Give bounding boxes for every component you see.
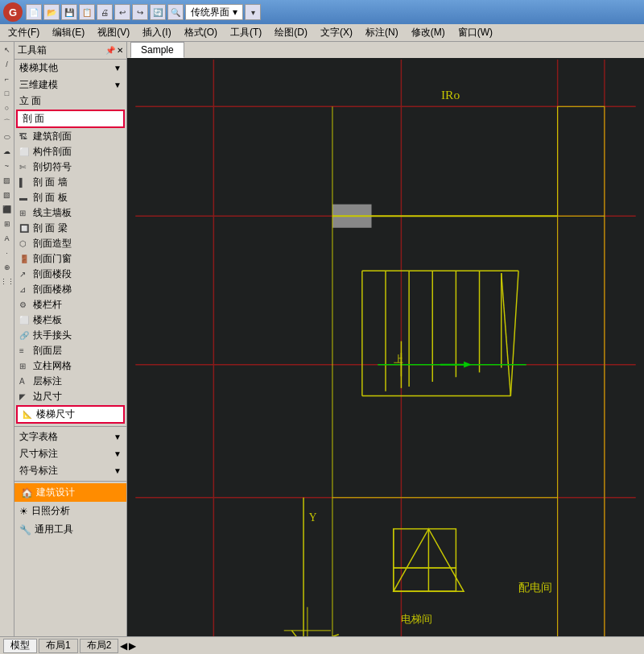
settings-icon[interactable]: ▾ [245,4,261,20]
sidebar-pin[interactable]: 📌 [105,46,115,55]
railing-board-icon: ⬜ [19,316,31,325]
group-stairs-other[interactable]: 楼梯其他 ▼ [14,60,126,77]
menu-draw[interactable]: 绘图(D) [268,24,314,41]
rectangle-tool[interactable]: □ [1,87,14,100]
move-grip[interactable]: ⋮⋮ [1,275,14,288]
sidebar-item-arch-section[interactable]: 🏗 建筑剖面 [14,129,126,144]
point-tool[interactable]: · [1,246,14,259]
sidebar-item-balustrade[interactable]: ⚙ 楼栏杆 [14,297,126,313]
block-tool[interactable]: ⬛ [1,203,14,216]
save-as-icon[interactable]: 📋 [79,4,95,20]
svg-line-43 [303,635,339,636]
sidebar-item-edge-dim[interactable]: ◤ 边尺寸 [14,389,126,404]
hatch-tool[interactable]: ▨ [1,174,14,187]
module-solar[interactable]: ☀ 日照分析 [14,502,126,520]
section-layer-icon: ≡ [19,346,31,355]
menu-tools[interactable]: 工具(T) [224,24,268,41]
insert-tool[interactable]: ⊞ [1,217,14,230]
status-tab-layout2[interactable]: 布局2 [80,639,119,653]
arc-tool[interactable]: ⌒ [1,116,14,129]
measure-tool[interactable]: ⊕ [1,261,14,274]
section-slab-label: 剖 面 板 [33,191,68,205]
sidebar-item-stair-dim-highlighted[interactable]: 📐 楼梯尺寸 [16,405,125,424]
layout2-tab-label: 布局2 [87,639,112,652]
section-group-label[interactable]: 剖 面 [18,111,123,126]
section-label-text: 剖 面 [23,112,44,126]
status-tab-layout1[interactable]: 布局1 [39,639,78,653]
sidebar-item-section-stair-run[interactable]: ↗ 剖面楼段 [14,267,126,282]
sidebar-item-section-window[interactable]: 🚪 剖面门窗 [14,251,126,267]
section-window-icon: 🚪 [19,255,31,263]
comp-section-icon: ⬜ [19,147,31,156]
cloud-tool[interactable]: ☁ [1,145,14,158]
sidebar-close[interactable]: ✕ [117,46,123,55]
sidebar: 工具箱 📌 ✕ 楼梯其他 ▼ 三维建模 ▼ 立 面 剖 面 [14,42,127,636]
tab-bar: Sample [127,42,644,60]
menu-edit[interactable]: 编辑(E) [46,24,91,41]
canvas-area[interactable]: Sample [127,42,644,636]
zoom-icon[interactable]: 🔍 [167,4,184,20]
stair-dim-item[interactable]: 📐 楼梯尺寸 [18,407,123,422]
sidebar-item-section-shape[interactable]: ⬡ 剖面造型 [14,236,126,251]
menubar: 文件(F) 编辑(E) 视图(V) 插入(I) 格式(O) 工具(T) 绘图(D… [0,24,644,42]
layout1-tab-label: 布局1 [46,639,71,652]
menu-view[interactable]: 视图(V) [91,24,136,41]
menu-file[interactable]: 文件(F) [2,24,46,41]
group-dim-annotation[interactable]: 尺寸标注 ▼ [14,445,126,462]
sidebar-item-section-wall[interactable]: ▌ 剖 面 墙 [14,175,126,190]
sidebar-item-comp-section[interactable]: ⬜ 构件剖面 [14,144,126,159]
sidebar-item-railing-board[interactable]: ⬜ 楼栏板 [14,313,126,328]
floor-label-text: 层标注 [33,375,62,388]
app-logo: G [3,2,23,22]
tab-sample-label: Sample [141,44,174,56]
group-3d-modeling[interactable]: 三维建模 ▼ [14,77,126,93]
toolbar-icons: 📄 📂 💾 📋 🖨 ↩ ↪ 🔄 🔍 传统界面 ▾ ▾ [26,4,641,20]
print-icon[interactable]: 🖨 [97,4,113,20]
layout-scroll[interactable]: ▶ [129,640,136,652]
sidebar-item-floor-label[interactable]: A 层标注 [14,374,126,389]
redo-icon[interactable]: ↪ [132,4,148,20]
circle-tool[interactable]: ○ [1,101,14,114]
layout-arrow[interactable]: ◀ [120,640,127,652]
group-text-table[interactable]: 文字表格 ▼ [14,428,126,445]
menu-format[interactable]: 格式(O) [178,24,224,41]
arch-module-label: 建筑设计 [36,486,75,499]
sidebar-item-section-beam[interactable]: 🔲 剖 面 梁 [14,221,126,236]
ellipse-tool[interactable]: ⬭ [1,130,14,143]
select-tool[interactable]: ↖ [1,43,14,56]
sidebar-item-section-highlighted[interactable]: 剖 面 [16,110,125,128]
sidebar-item-section-stair[interactable]: ⊿ 剖面楼梯 [14,282,126,297]
drawing-canvas[interactable]: 上 Y 配电间 [127,60,644,636]
balustrade-icon: ⚙ [19,300,31,309]
menu-text[interactable]: 文字(X) [314,24,359,41]
menu-window[interactable]: 窗口(W) [452,24,499,41]
active-module-arch[interactable]: 🏠 建筑设计 [14,483,126,502]
save-icon[interactable]: 💾 [61,4,77,20]
line-tool[interactable]: / [1,58,14,71]
open-icon[interactable]: 📂 [43,4,60,20]
undo-icon[interactable]: ↩ [114,4,130,20]
new-file-icon[interactable]: 📄 [26,4,42,20]
sidebar-item-column-grid[interactable]: ⊞ 立柱网格 [14,358,126,374]
sidebar-item-cut-symbol[interactable]: ✄ 剖切符号 [14,159,126,175]
module-general[interactable]: 🔧 通用工具 [14,520,126,539]
gradient-tool[interactable]: ▧ [1,188,14,201]
sidebar-item-section-layer[interactable]: ≡ 剖面层 [14,343,126,358]
menu-modify[interactable]: 修改(M) [405,24,452,41]
attdef-tool[interactable]: A [1,232,14,245]
regen-icon[interactable]: 🔄 [150,4,166,20]
status-tab-model[interactable]: 模型 [3,639,37,653]
sidebar-item-handrail-joint[interactable]: 🔗 扶手接头 [14,328,126,343]
menu-insert[interactable]: 插入(I) [136,24,177,41]
sidebar-item-section-slab[interactable]: ▬ 剖 面 板 [14,190,126,205]
sidebar-item-line-wall-slab[interactable]: ⊞ 线主墙板 [14,205,126,221]
section-beam-icon: 🔲 [19,224,31,233]
sidebar-item-elevation[interactable]: 立 面 [14,93,126,109]
style-dropdown[interactable]: 传统界面 ▾ [185,4,243,20]
section-slab-icon: ▬ [19,193,31,202]
tab-sample[interactable]: Sample [130,42,184,58]
group-symbol-annotation[interactable]: 符号标注 ▼ [14,462,126,479]
spline-tool[interactable]: ~ [1,159,14,172]
polyline-tool[interactable]: ⌐ [1,72,14,85]
menu-annotation[interactable]: 标注(N) [359,24,405,41]
